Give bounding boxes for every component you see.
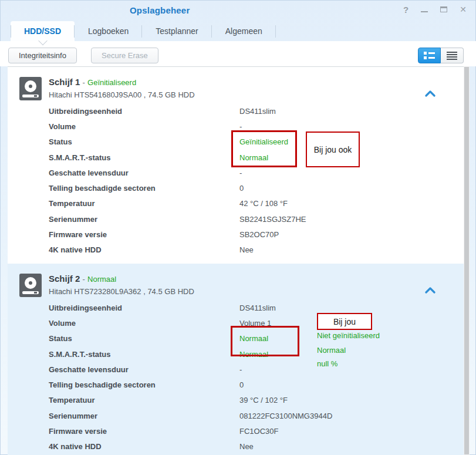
detail-label: Status <box>49 137 239 146</box>
disk-dash: - <box>83 275 85 284</box>
detail-row: Telling beschadigde sectoren0 <box>49 180 450 196</box>
disk-name: Schijf 1 <box>49 77 80 87</box>
detail-value: 39 °C / 102 °F <box>239 396 288 405</box>
detail-label: Serienummer <box>49 215 239 224</box>
detail-label: Volume <box>49 122 239 131</box>
detail-row: 4K native HDDNee <box>49 439 450 454</box>
annotation-label-disk2: Bij jou <box>317 313 372 330</box>
detail-label: Serienummer <box>49 412 239 420</box>
disk-model: Hitachi HTS723280L9A362 , 74.5 GB HDD <box>49 286 450 298</box>
tab-label: Algemeen <box>225 26 262 36</box>
detail-value: DS411slim <box>239 107 276 116</box>
detail-value: FC1OC30F <box>239 427 278 436</box>
disk-title: Schijf 1 - Geïnitialiseerd <box>49 76 450 89</box>
maximize-icon[interactable] <box>440 4 447 15</box>
annotation-value-lifespan: null % <box>317 359 337 368</box>
list-view-button[interactable] <box>441 48 464 63</box>
detail-value: 0 <box>239 184 244 193</box>
disk-model: Hitachi HTS541680J9SA00 , 74.5 GB HDD <box>49 89 450 101</box>
disk-status-badge: Normaal <box>87 275 116 284</box>
title-bar: Opslagbeheer ? ✕ <box>0 0 476 21</box>
integrity-info-button[interactable]: Integriteitsinfo <box>8 48 77 63</box>
detail-label: S.M.A.R.T.-status <box>49 153 239 162</box>
tab-logboeken[interactable]: Logboeken <box>75 21 142 41</box>
detail-label: Geschatte levensduur <box>49 168 239 177</box>
detail-value: SB2241SGJSZ7HE <box>239 215 306 224</box>
secure-erase-button[interactable]: Secure Erase <box>91 48 158 63</box>
detail-view-icon <box>424 52 435 59</box>
detail-label: Status <box>49 334 239 343</box>
detail-row: Temperatuur39 °C / 102 °F <box>49 393 450 408</box>
collapse-button[interactable] <box>425 286 436 293</box>
detail-row: 4K native HDDNee <box>49 242 450 258</box>
detail-label: 4K native HDD <box>49 245 239 254</box>
detail-label: Uitbreidingseenheid <box>49 304 239 312</box>
detail-label: Volume <box>49 319 239 328</box>
help-icon[interactable]: ? <box>403 4 409 15</box>
disk-section: Schijf 2 - Normaal Hitachi HTS723280L9A3… <box>8 264 470 455</box>
detail-label: Telling beschadigde sectoren <box>49 380 239 389</box>
hard-disk-icon <box>19 77 42 100</box>
disk-rows: UitbreidingseenheidDS411slimVolumeVolume… <box>49 300 450 454</box>
detail-value: - <box>239 168 242 177</box>
annotation-label-disk1: Bij jou ook <box>306 132 360 167</box>
detail-value: Nee <box>239 442 254 451</box>
detail-row: Firmware versieFC1OC30F <box>49 423 450 439</box>
detail-value: 081222FC3100NMG3944D <box>239 412 332 420</box>
tab-bar: HDD/SSD Logboeken Testplanner Algemeen <box>0 21 476 41</box>
detail-row: Telling beschadigde sectoren0 <box>49 377 450 392</box>
minimize-icon[interactable] <box>421 4 428 15</box>
detail-label: Temperatuur <box>49 396 239 405</box>
detail-view-button[interactable] <box>418 48 441 63</box>
annotation-box-disk2-status <box>231 326 299 356</box>
detail-value: Nee <box>239 245 254 254</box>
detail-value: - <box>239 365 242 374</box>
tab-hdd-ssd[interactable]: HDD/SSD <box>11 21 75 41</box>
tab-algemeen[interactable]: Algemeen <box>212 21 276 41</box>
detail-label: S.M.A.R.T.-status <box>49 350 239 359</box>
detail-row: Geschatte levensduur- <box>49 362 450 377</box>
collapse-button[interactable] <box>425 89 436 96</box>
detail-label: Geschatte levensduur <box>49 365 239 374</box>
toolbar: Integriteitsinfo Secure Erase <box>0 41 476 66</box>
hard-disk-icon <box>19 274 42 297</box>
tab-label: Logboeken <box>88 26 129 36</box>
tab-label: HDD/SSD <box>24 26 61 36</box>
scrollbar <box>464 66 470 455</box>
disk-title: Schijf 2 - Normaal <box>49 272 450 286</box>
disk-header: Schijf 1 - Geïnitialiseerd Hitachi HTS54… <box>19 76 450 103</box>
detail-value: SB2OC70P <box>239 230 279 239</box>
disk-header: Schijf 2 - Normaal Hitachi HTS723280L9A3… <box>19 272 450 300</box>
tab-testplanner[interactable]: Testplanner <box>142 21 211 41</box>
detail-row: Serienummer081222FC3100NMG3944D <box>49 408 450 423</box>
detail-row: Firmware versieSB2OC70P <box>49 227 450 242</box>
detail-row: SerienummerSB2241SGJSZ7HE <box>49 211 450 227</box>
detail-row: UitbreidingseenheidDS411slim <box>49 103 450 119</box>
detail-label: Telling beschadigde sectoren <box>49 184 239 193</box>
scrollbar-thumb[interactable] <box>464 67 469 454</box>
detail-label: Temperatuur <box>49 199 239 208</box>
window-controls: ? ✕ <box>403 4 467 15</box>
window-title: Opslagbeheer <box>130 5 190 15</box>
detail-value: DS411slim <box>239 304 276 312</box>
close-icon[interactable]: ✕ <box>460 4 467 15</box>
disk-list: Schijf 1 - Geïnitialiseerd Hitachi HTS54… <box>8 66 470 455</box>
disk-rows: UitbreidingseenheidDS411slimVolume-Statu… <box>49 103 450 258</box>
tab-label: Testplanner <box>156 26 198 36</box>
detail-row: Geschatte levensduur- <box>49 165 450 180</box>
list-view-icon <box>447 52 457 60</box>
detail-label: Firmware versie <box>49 427 239 436</box>
annotation-value-smart: Normaal <box>317 346 346 355</box>
annotation-value-status: Niet geïnitialiseerd <box>317 331 380 340</box>
detail-row: UitbreidingseenheidDS411slim <box>49 300 450 315</box>
detail-value: 0 <box>239 380 244 389</box>
detail-value: - <box>239 122 242 131</box>
detail-label: Uitbreidingseenheid <box>49 107 239 116</box>
detail-value: 42 °C / 108 °F <box>239 199 288 208</box>
disk-name: Schijf 2 <box>49 274 80 284</box>
detail-label: Firmware versie <box>49 230 239 239</box>
detail-label: 4K native HDD <box>49 442 239 451</box>
view-toggle-group <box>418 48 464 63</box>
annotation-box-disk1-status <box>231 130 297 167</box>
disk-dash: - <box>83 78 85 87</box>
